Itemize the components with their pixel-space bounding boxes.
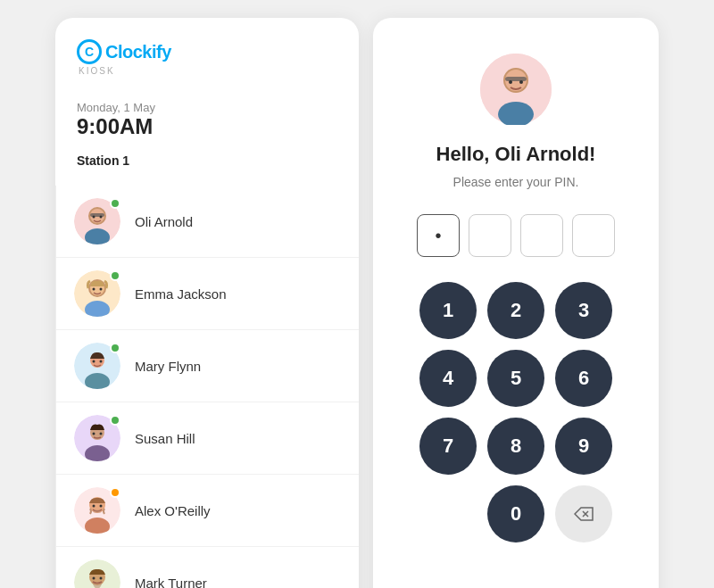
logo-icon: C xyxy=(77,39,102,64)
user-item[interactable]: Susan Hill xyxy=(56,402,359,475)
numpad-key-1[interactable]: 1 xyxy=(419,282,477,339)
svg-point-5 xyxy=(93,216,95,219)
svg-point-33 xyxy=(93,577,95,580)
user-item[interactable]: Mary Flynn xyxy=(56,330,359,402)
user-name: Mary Flynn xyxy=(135,359,201,374)
svg-point-17 xyxy=(100,360,103,363)
numpad: 1 2 3 4 5 6 7 8 9 0 xyxy=(419,282,612,542)
user-name: Alex O'Reilly xyxy=(135,503,211,518)
avatar-wrap xyxy=(74,343,120,389)
status-dot-green xyxy=(110,415,120,426)
status-dot-green xyxy=(110,270,120,281)
avatar-wrap xyxy=(74,415,120,461)
pin-box-1: • xyxy=(417,214,460,257)
svg-point-41 xyxy=(519,80,523,84)
right-panel: Hello, Oli Arnold! Please enter your PIN… xyxy=(373,18,659,588)
user-name: Emma Jackson xyxy=(135,286,227,302)
user-list: Oli Arnold xyxy=(55,186,359,588)
svg-point-27 xyxy=(93,505,95,508)
greeting-text: Hello, Oli Arnold! xyxy=(436,143,596,166)
avatar-wrap xyxy=(74,270,120,317)
svg-point-28 xyxy=(100,505,103,508)
numpad-key-4[interactable]: 4 xyxy=(419,350,477,407)
user-name: Oli Arnold xyxy=(135,214,193,229)
pin-box-3 xyxy=(520,214,563,257)
user-item[interactable]: Mark Turner xyxy=(56,547,359,588)
user-name: Mark Turner xyxy=(135,576,207,589)
clockify-logo: C Clockify xyxy=(77,39,337,64)
pin-box-4 xyxy=(572,214,615,257)
user-item[interactable]: Emma Jackson xyxy=(56,258,359,330)
pin-prompt-text: Please enter your PIN. xyxy=(453,175,579,189)
selected-user-avatar xyxy=(480,54,552,125)
avatar-selected xyxy=(480,54,552,125)
numpad-key-0[interactable]: 0 xyxy=(487,485,544,542)
status-dot-green xyxy=(110,198,120,209)
pin-box-2 xyxy=(469,214,511,257)
logo-area: C Clockify KIOSK xyxy=(55,18,359,90)
numpad-key-8[interactable]: 8 xyxy=(487,418,544,475)
svg-point-40 xyxy=(509,80,512,84)
date-display: Monday, 1 May xyxy=(77,101,337,114)
svg-rect-4 xyxy=(90,213,104,217)
time-display: 9:00AM xyxy=(77,114,337,139)
svg-point-29 xyxy=(93,509,102,513)
svg-point-23 xyxy=(100,433,103,435)
svg-point-16 xyxy=(93,360,95,363)
pin-input-boxes: • xyxy=(417,214,615,257)
status-dot-orange xyxy=(110,487,120,498)
station-display: Station 1 xyxy=(77,153,337,168)
svg-point-11 xyxy=(93,288,95,291)
avatar-wrap xyxy=(74,198,120,244)
numpad-key-backspace[interactable] xyxy=(555,485,612,542)
svg-point-34 xyxy=(100,577,103,580)
user-name: Susan Hill xyxy=(135,431,195,446)
numpad-key-7[interactable]: 7 xyxy=(419,418,477,475)
sidebar-info: Monday, 1 May 9:00AM Station 1 xyxy=(55,90,359,186)
svg-point-12 xyxy=(100,288,103,291)
avatar-mark xyxy=(74,559,120,588)
user-item[interactable]: Alex O'Reilly xyxy=(56,475,359,547)
screen-wrapper: C Clockify KIOSK Monday, 1 May 9:00AM St… xyxy=(37,0,677,588)
status-dot-green xyxy=(110,343,120,353)
left-panel: C Clockify KIOSK Monday, 1 May 9:00AM St… xyxy=(55,18,359,588)
logo-name: Clockify xyxy=(105,42,171,62)
numpad-key-5[interactable]: 5 xyxy=(487,350,544,407)
backspace-icon xyxy=(574,507,594,521)
avatar-wrap xyxy=(74,559,120,588)
kiosk-label: KIOSK xyxy=(77,66,337,76)
svg-point-22 xyxy=(93,433,95,435)
numpad-key-9[interactable]: 9 xyxy=(555,418,612,475)
svg-point-6 xyxy=(100,216,103,219)
avatar-wrap xyxy=(74,487,120,534)
numpad-key-3[interactable]: 3 xyxy=(555,282,612,339)
numpad-key-2[interactable]: 2 xyxy=(487,282,544,339)
svg-rect-39 xyxy=(505,77,527,81)
numpad-key-6[interactable]: 6 xyxy=(555,350,612,407)
user-item[interactable]: Oli Arnold xyxy=(56,186,359,258)
